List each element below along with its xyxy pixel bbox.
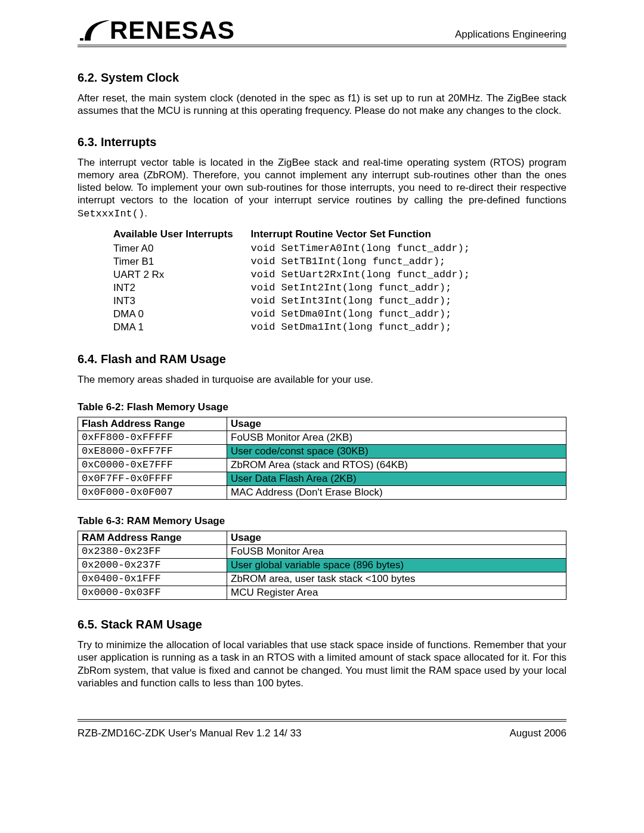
para-6-3-post: . <box>144 208 147 219</box>
interrupt-fn: void SetTB1Int(long funct_addr); <box>251 256 488 269</box>
usage-cell: User code/const space (30KB) <box>227 445 566 459</box>
usage-cell: User Data Flash Area (2KB) <box>227 472 566 486</box>
address-range: 0x0000-0x03FF <box>78 586 227 600</box>
table-row: 0xFF800-0xFFFFFFoUSB Monitor Area (2KB) <box>78 431 566 445</box>
address-range: 0xC0000-0xE7FFF <box>78 459 227 472</box>
usage-cell: User global variable space (896 bytes) <box>227 559 566 572</box>
interrupt-row: INT2void SetInt2Int(long funct_addr); <box>113 282 488 295</box>
address-range: 0x0F000-0x0F007 <box>78 486 227 500</box>
address-range: 0xFF800-0xFFFFF <box>78 431 227 445</box>
heading-6-3: 6.3. Interrupts <box>78 135 566 149</box>
para-6-3-code: SetxxxInt() <box>78 208 144 219</box>
interrupt-fn: void SetInt3Int(long funct_addr); <box>251 295 488 308</box>
interrupt-row: DMA 0void SetDma0Int(long funct_addr); <box>113 308 488 321</box>
interrupt-name: UART 2 Rx <box>113 269 251 282</box>
flash-col2-header: Usage <box>227 417 566 431</box>
interrupts-col1-header: Available User Interrupts <box>113 228 251 243</box>
ram-col1-header: RAM Address Range <box>78 531 227 545</box>
footer-right: August 2006 <box>510 727 566 739</box>
document-page: RENESAS Applications Engineering 6.2. Sy… <box>0 0 644 775</box>
interrupts-col2-header: Interrupt Routine Vector Set Function <box>251 228 488 243</box>
ram-memory-table: RAM Address Range Usage 0x2380-0x23FFFoU… <box>78 531 566 600</box>
table-row: 0x0F7FF-0x0FFFFUser Data Flash Area (2KB… <box>78 472 566 486</box>
interrupt-name: INT3 <box>113 295 251 308</box>
address-range: 0x2380-0x23FF <box>78 545 227 559</box>
usage-cell: ZbROM Area (stack and RTOS) (64KB) <box>227 459 566 472</box>
renesas-swoosh-icon <box>78 17 111 43</box>
usage-cell: FoUSB Monitor Area <box>227 545 566 559</box>
para-6-4: The memory areas shaded in turquoise are… <box>78 373 566 386</box>
table-row: 0xC0000-0xE7FFFZbROM Area (stack and RTO… <box>78 459 566 472</box>
ram-col2-header: Usage <box>227 531 566 545</box>
heading-6-2: 6.2. System Clock <box>78 71 566 85</box>
interrupt-row: Timer A0void SetTimerA0Int(long funct_ad… <box>113 243 488 256</box>
interrupt-fn: void SetTimerA0Int(long funct_addr); <box>251 243 488 256</box>
interrupt-row: UART 2 Rxvoid SetUart2RxInt(long funct_a… <box>113 269 488 282</box>
ram-table-caption: Table 6-3: RAM Memory Usage <box>78 515 566 527</box>
address-range: 0x2000-0x237F <box>78 559 227 572</box>
table-row: 0x2380-0x23FFFoUSB Monitor Area <box>78 545 566 559</box>
address-range: 0x0400-0x1FFF <box>78 572 227 586</box>
interrupt-name: DMA 0 <box>113 308 251 321</box>
para-6-2: After reset, the main system clock (deno… <box>78 92 566 117</box>
address-range: 0x0F7FF-0x0FFFF <box>78 472 227 486</box>
logo-text: RENESAS <box>110 18 235 43</box>
usage-cell: ZbROM area, user task stack <100 bytes <box>227 572 566 586</box>
usage-cell: MCU Register Area <box>227 586 566 600</box>
flash-col1-header: Flash Address Range <box>78 417 227 431</box>
interrupts-table: Available User Interrupts Interrupt Rout… <box>113 228 488 335</box>
table-row: 0x0400-0x1FFFZbROM area, user task stack… <box>78 572 566 586</box>
page-header: RENESAS Applications Engineering <box>78 17 566 47</box>
interrupt-row: DMA 1void SetDma1Int(long funct_addr); <box>113 321 488 335</box>
usage-cell: MAC Address (Don't Erase Block) <box>227 486 566 500</box>
flash-memory-table: Flash Address Range Usage 0xFF800-0xFFFF… <box>78 417 566 500</box>
interrupt-row: INT3void SetInt3Int(long funct_addr); <box>113 295 488 308</box>
interrupt-name: Timer B1 <box>113 256 251 269</box>
page-footer: RZB-ZMD16C-ZDK User's Manual Rev 1.2 14/… <box>78 727 566 739</box>
para-6-3-pre: The interrupt vector table is located in… <box>78 157 566 206</box>
table-row: 0xE8000-0xFF7FFUser code/const space (30… <box>78 445 566 459</box>
table-row: 0x0F000-0x0F007MAC Address (Don't Erase … <box>78 486 566 500</box>
interrupt-fn: void SetUart2RxInt(long funct_addr); <box>251 269 488 282</box>
footer-rule <box>78 719 566 721</box>
interrupt-name: DMA 1 <box>113 321 251 335</box>
interrupt-name: Timer A0 <box>113 243 251 256</box>
para-6-3: The interrupt vector table is located in… <box>78 156 566 220</box>
heading-6-5: 6.5. Stack RAM Usage <box>78 618 566 631</box>
table-row: 0x0000-0x03FFMCU Register Area <box>78 586 566 600</box>
header-right-text: Applications Engineering <box>455 29 566 43</box>
address-range: 0xE8000-0xFF7FF <box>78 445 227 459</box>
interrupt-fn: void SetDma1Int(long funct_addr); <box>251 321 488 335</box>
interrupt-fn: void SetDma0Int(long funct_addr); <box>251 308 488 321</box>
interrupt-row: Timer B1void SetTB1Int(long funct_addr); <box>113 256 488 269</box>
flash-table-caption: Table 6-2: Flash Memory Usage <box>78 401 566 413</box>
usage-cell: FoUSB Monitor Area (2KB) <box>227 431 566 445</box>
interrupt-fn: void SetInt2Int(long funct_addr); <box>251 282 488 295</box>
footer-left: RZB-ZMD16C-ZDK User's Manual Rev 1.2 14/… <box>78 727 301 739</box>
table-row: 0x2000-0x237FUser global variable space … <box>78 559 566 572</box>
heading-6-4: 6.4. Flash and RAM Usage <box>78 352 566 366</box>
interrupt-name: INT2 <box>113 282 251 295</box>
renesas-logo: RENESAS <box>78 17 235 43</box>
para-6-5: Try to minimize the allocation of local … <box>78 639 566 689</box>
